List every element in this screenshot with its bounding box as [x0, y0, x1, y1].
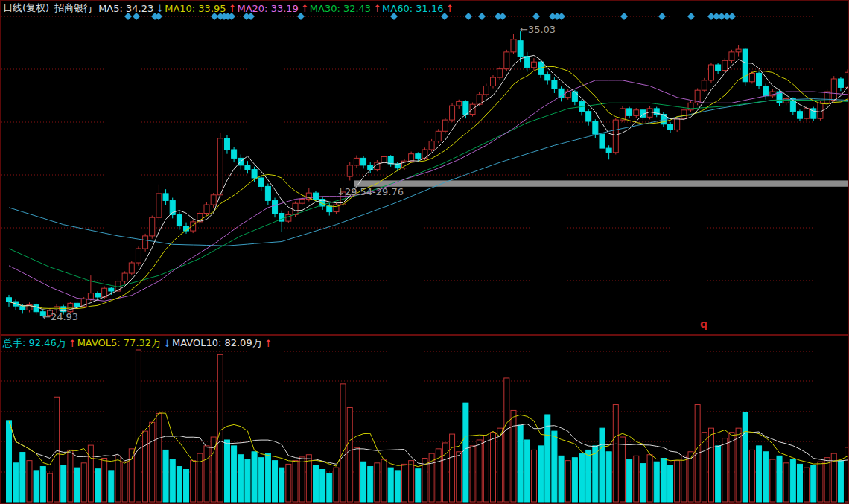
candlestick-volume-chart[interactable] [0, 0, 849, 504]
peak-price-annotation: ←35.03 [520, 24, 556, 35]
ma30-up-arrow-icon: ↑ [373, 3, 381, 14]
mavol5-down-arrow-icon: ↓ [163, 338, 171, 349]
price-pane-header: 日线(复权) 招商银行 MA5: 34.23 ↓ MA10: 33.95 ↑ M… [3, 2, 454, 14]
ma5-value: MA5: 34.23 [98, 3, 153, 14]
mavol5-value: MAVOL5: 77.32万 [77, 336, 161, 350]
ma20-up-arrow-icon: ↑ [301, 3, 309, 14]
period-label: 日线(复权) [3, 1, 49, 15]
ma60-up-arrow-icon: ↑ [445, 3, 454, 14]
q-marker: q [700, 318, 708, 330]
volume-pane-header: 总手: 92.46万 ↑ MAVOL5: 77.32万 ↓ MAVOL10: 8… [3, 337, 273, 349]
stock-name: 招商银行 [54, 1, 93, 15]
ma60-value: MA60: 31.16 [382, 3, 443, 14]
mavol10-value: MAVOL10: 82.09万 [172, 336, 262, 350]
ma10-value: MA10: 33.95 [165, 3, 226, 14]
ma20-value: MA20: 33.19 [237, 3, 298, 14]
ma10-up-arrow-icon: ↑ [229, 3, 237, 14]
ma5-down-arrow-icon: ↓ [156, 3, 164, 14]
volume-total-value: 总手: 92.46万 [3, 336, 66, 350]
ma30-value: MA30: 32.43 [310, 3, 371, 14]
trading-app-window: 日线(复权) 招商银行 MA5: 34.23 ↓ MA10: 33.95 ↑ M… [0, 0, 849, 504]
low-price-annotation: ←24.93 [42, 311, 78, 322]
mavol10-up-arrow-icon: ↑ [264, 338, 273, 349]
volume-up-arrow-icon: ↑ [69, 338, 77, 349]
gap-range-annotation: ↓29.54-29.76 [337, 186, 404, 197]
